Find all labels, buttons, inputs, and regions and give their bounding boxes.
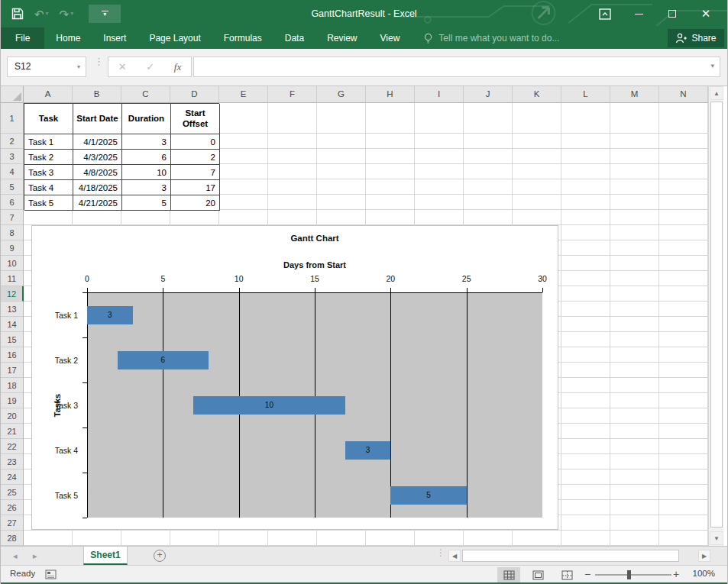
row-header-14[interactable]: 14 xyxy=(1,317,24,332)
row-header-26[interactable]: 26 xyxy=(1,500,24,515)
ribbon-tab-file[interactable]: File xyxy=(1,27,44,49)
table-cell[interactable]: Task 3 xyxy=(24,165,73,180)
column-header-N[interactable]: N xyxy=(659,86,708,103)
row-header-3[interactable]: 3 xyxy=(1,149,24,164)
table-cell[interactable]: 6 xyxy=(122,150,171,165)
minimize-button[interactable] xyxy=(622,0,655,27)
ribbon-tab-insert[interactable]: Insert xyxy=(92,27,138,49)
row-header-25[interactable]: 25 xyxy=(1,485,24,500)
table-cell[interactable]: 2 xyxy=(171,150,220,165)
table-cell[interactable]: 20 xyxy=(171,195,220,211)
column-header-B[interactable]: B xyxy=(73,86,121,103)
ribbon-tab-formulas[interactable]: Formulas xyxy=(212,27,273,49)
enter-button[interactable]: ✓ xyxy=(146,61,154,73)
sheet-nav-next-button[interactable]: ▸ xyxy=(33,547,37,565)
table-header-cell[interactable]: Start Date xyxy=(73,104,122,134)
scroll-right-button[interactable]: ▶ xyxy=(698,550,710,562)
scrollbar-resize-dots-icon[interactable]: ⋮ xyxy=(436,551,445,555)
scroll-up-button[interactable]: ▲ xyxy=(710,86,723,100)
row-header-27[interactable]: 27 xyxy=(1,515,24,531)
table-cell[interactable]: 3 xyxy=(122,134,171,150)
row-header-1[interactable]: 1 xyxy=(1,103,24,134)
row-header-15[interactable]: 15 xyxy=(1,332,24,347)
column-header-D[interactable]: D xyxy=(170,86,219,103)
table-cell[interactable]: 4/3/2025 xyxy=(73,150,122,165)
scroll-left-button[interactable]: ◀ xyxy=(448,550,461,562)
row-header-17[interactable]: 17 xyxy=(1,363,24,378)
column-header-K[interactable]: K xyxy=(513,86,561,103)
row-header-10[interactable]: 10 xyxy=(1,256,24,271)
customize-qat-button[interactable]: ▾ xyxy=(89,5,121,23)
sheet-nav-prev-button[interactable]: ◂ xyxy=(13,547,18,565)
ribbon-tab-home[interactable]: Home xyxy=(44,27,92,49)
scroll-down-button[interactable]: ▼ xyxy=(710,531,723,545)
ribbon-tab-review[interactable]: Review xyxy=(315,27,368,49)
table-cell[interactable]: 0 xyxy=(171,134,220,150)
column-header-J[interactable]: J xyxy=(464,86,513,103)
row-header-12[interactable]: 12 xyxy=(1,286,24,302)
table-cell[interactable]: 5 xyxy=(122,195,171,211)
save-button[interactable] xyxy=(11,8,24,20)
row-header-11[interactable]: 11 xyxy=(1,271,24,286)
column-header-A[interactable]: A xyxy=(24,86,73,103)
ribbon-tab-data[interactable]: Data xyxy=(273,27,315,49)
column-header-C[interactable]: C xyxy=(121,86,170,103)
horizontal-scroll-thumb[interactable] xyxy=(462,550,679,562)
column-header-G[interactable]: G xyxy=(317,86,366,103)
row-header-23[interactable]: 23 xyxy=(1,454,24,469)
table-cell[interactable]: 4/8/2025 xyxy=(73,165,122,180)
zoom-slider-handle[interactable] xyxy=(627,570,631,579)
ribbon-display-options-button[interactable] xyxy=(588,0,622,27)
undo-button[interactable]: ↶▾ xyxy=(34,8,49,20)
row-header-7[interactable]: 7 xyxy=(1,210,24,225)
chevron-down-icon[interactable]: ▾ xyxy=(77,57,80,76)
share-button[interactable]: Share xyxy=(668,29,724,47)
vertical-scrollbar[interactable]: ▲ ▼ xyxy=(708,86,723,546)
name-box[interactable]: S12 ▾ xyxy=(7,56,86,77)
vertical-scroll-thumb[interactable] xyxy=(710,102,723,528)
column-header-I[interactable]: I xyxy=(415,86,464,103)
gantt-chart-object[interactable]: Gantt ChartDays from Start051015202530Ta… xyxy=(31,225,558,530)
row-header-22[interactable]: 22 xyxy=(1,439,24,454)
sheet-tab-sheet1[interactable]: Sheet1 xyxy=(83,547,128,565)
zoom-slider-track[interactable] xyxy=(595,574,671,576)
table-cell[interactable]: 4/21/2025 xyxy=(73,195,122,211)
separator-dots-icon[interactable]: ⋮ xyxy=(94,60,104,64)
insert-function-button[interactable]: fx xyxy=(174,61,181,73)
column-header-L[interactable]: L xyxy=(561,86,610,103)
zoom-in-button[interactable]: + xyxy=(673,568,679,580)
cancel-button[interactable]: ✕ xyxy=(118,61,127,73)
page-break-view-button[interactable] xyxy=(555,567,578,582)
row-header-20[interactable]: 20 xyxy=(1,408,24,424)
expand-formula-bar-icon[interactable]: ▾ xyxy=(710,62,714,69)
row-header-4[interactable]: 4 xyxy=(1,164,24,179)
row-header-2[interactable]: 2 xyxy=(1,134,24,149)
table-cell[interactable]: Task 2 xyxy=(24,150,73,165)
zoom-level[interactable]: 100% xyxy=(693,569,715,578)
table-header-cell[interactable]: Duration xyxy=(122,104,171,134)
table-cell[interactable]: Task 5 xyxy=(24,195,73,211)
table-header-cell[interactable]: Task xyxy=(24,104,73,134)
column-header-M[interactable]: M xyxy=(610,86,659,103)
redo-button[interactable]: ↷▾ xyxy=(60,8,74,20)
ribbon-tab-page-layout[interactable]: Page Layout xyxy=(138,27,212,49)
row-header-18[interactable]: 18 xyxy=(1,378,24,393)
row-header-8[interactable]: 8 xyxy=(1,225,24,240)
row-header-24[interactable]: 24 xyxy=(1,469,24,485)
formula-input[interactable]: ▾ xyxy=(193,56,720,77)
row-header-13[interactable]: 13 xyxy=(1,302,24,317)
table-header-cell[interactable]: Start Offset xyxy=(171,104,220,134)
row-header-9[interactable]: 9 xyxy=(1,240,24,256)
table-cell[interactable]: 3 xyxy=(122,180,171,195)
row-header-16[interactable]: 16 xyxy=(1,347,24,363)
select-all-corner[interactable] xyxy=(1,86,24,103)
table-cell[interactable]: Task 4 xyxy=(24,180,73,195)
table-cell[interactable]: 10 xyxy=(122,165,171,180)
table-cell[interactable]: 4/18/2025 xyxy=(73,180,122,195)
row-header-5[interactable]: 5 xyxy=(1,179,24,195)
table-cell[interactable]: 17 xyxy=(171,180,220,195)
row-header-21[interactable]: 21 xyxy=(1,424,24,439)
page-layout-view-button[interactable] xyxy=(526,567,549,582)
row-header-28[interactable]: 28 xyxy=(1,531,24,546)
table-cell[interactable]: Task 1 xyxy=(24,134,73,150)
